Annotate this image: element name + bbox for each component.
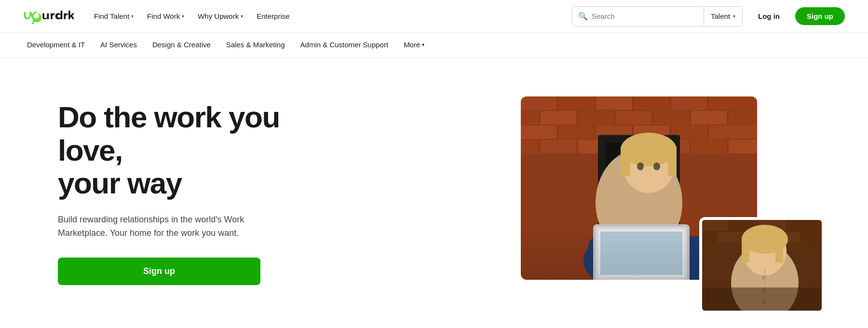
- logo-svg: [23, 9, 74, 24]
- svg-rect-14: [709, 96, 757, 110]
- svg-rect-57: [787, 220, 825, 231]
- svg-rect-19: [653, 111, 689, 124]
- login-button[interactable]: Log in: [750, 8, 787, 24]
- search-bar: 🔍 Talent ▾: [572, 6, 743, 27]
- signup-button-header[interactable]: Sign up: [795, 7, 845, 25]
- hero-section: Do the work you love, your way Build rew…: [0, 58, 868, 328]
- search-input-wrap: 🔍: [572, 12, 704, 21]
- nav-enterprise[interactable]: Enterprise: [252, 8, 294, 24]
- svg-rect-21: [729, 111, 757, 124]
- search-filter-chevron-icon: ▾: [733, 14, 735, 19]
- header-left: Find Talent ▾ Find Work ▾ Why Upwork ▾ E…: [23, 8, 295, 24]
- nav-find-work[interactable]: Find Work ▾: [142, 8, 189, 24]
- subnav-more-chevron-icon: ▾: [422, 42, 424, 47]
- search-filter-dropdown[interactable]: Talent ▾: [704, 7, 742, 26]
- header-right: 🔍 Talent ▾ Log in Sign up: [572, 6, 845, 27]
- nav-find-talent[interactable]: Find Talent ▾: [89, 8, 138, 24]
- nav-why-upwork[interactable]: Why Upwork ▾: [193, 8, 248, 24]
- svg-rect-17: [578, 111, 614, 124]
- svg-rect-9: [521, 96, 556, 110]
- upwork-logo[interactable]: [23, 9, 74, 24]
- search-input[interactable]: [592, 12, 698, 20]
- svg-rect-23: [558, 125, 594, 139]
- svg-rect-33: [691, 140, 727, 153]
- svg-rect-67: [775, 238, 783, 262]
- svg-rect-72: [702, 287, 825, 314]
- subnav-design-creative[interactable]: Design & Creative: [145, 34, 218, 56]
- svg-rect-12: [634, 96, 669, 110]
- subnav-ai-services[interactable]: AI Services: [93, 34, 145, 56]
- svg-rect-10: [558, 96, 594, 110]
- subnav-admin-support[interactable]: Admin & Customer Support: [293, 34, 396, 56]
- svg-rect-62: [802, 232, 825, 243]
- svg-rect-34: [729, 140, 757, 153]
- hero-image-area: [521, 96, 810, 289]
- nav-list: Find Talent ▾ Find Work ▾ Why Upwork ▾ E…: [89, 8, 295, 24]
- svg-rect-27: [709, 125, 757, 139]
- svg-rect-11: [596, 96, 632, 110]
- find-talent-chevron-icon: ▾: [131, 14, 134, 19]
- svg-rect-22: [521, 125, 556, 139]
- svg-rect-20: [691, 111, 727, 124]
- svg-rect-59: [717, 232, 744, 243]
- category-subnav: Development & IT AI Services Design & Cr…: [0, 33, 868, 58]
- why-upwork-chevron-icon: ▾: [241, 14, 243, 19]
- header: Find Talent ▾ Find Work ▾ Why Upwork ▾ E…: [0, 0, 868, 33]
- find-work-chevron-icon: ▾: [182, 14, 184, 19]
- svg-rect-13: [671, 96, 707, 110]
- hero-content: Do the work you love, your way Build rew…: [58, 101, 338, 285]
- hero-secondary-svg: [702, 220, 825, 314]
- subnav-dev-it[interactable]: Development & IT: [19, 34, 93, 56]
- svg-rect-44: [668, 147, 677, 176]
- hero-secondary-image: [699, 217, 825, 314]
- svg-rect-15: [521, 111, 539, 124]
- svg-rect-58: [702, 232, 715, 243]
- svg-point-69: [762, 276, 766, 280]
- svg-rect-18: [616, 111, 651, 124]
- svg-rect-43: [621, 147, 630, 176]
- svg-rect-54: [702, 220, 729, 231]
- hero-subtitle: Build rewarding relationships in the wor…: [58, 213, 270, 240]
- main-nav: Find Talent ▾ Find Work ▾ Why Upwork ▾ E…: [89, 8, 295, 24]
- subnav-sales-marketing[interactable]: Sales & Marketing: [218, 34, 293, 56]
- svg-point-46: [653, 163, 660, 170]
- hero-title: Do the work you love, your way: [58, 101, 338, 200]
- hero-signup-button[interactable]: Sign up: [58, 258, 260, 285]
- svg-rect-29: [541, 140, 576, 153]
- search-icon: 🔍: [578, 12, 588, 21]
- svg-rect-16: [541, 111, 576, 124]
- svg-rect-66: [742, 238, 749, 262]
- svg-point-45: [637, 163, 644, 170]
- svg-rect-28: [521, 140, 539, 153]
- subnav-more[interactable]: More ▾: [396, 34, 432, 56]
